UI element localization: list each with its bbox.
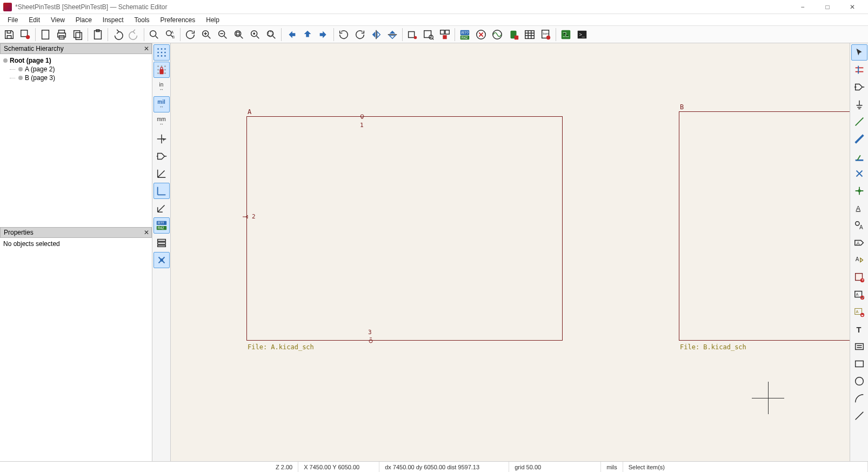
properties-panel-header[interactable]: Properties ✕ — [0, 227, 152, 238]
tree-root[interactable]: Root (page 1) — [3, 56, 149, 65]
add-wire-icon[interactable] — [851, 114, 867, 130]
scripting-console-icon[interactable]: >_ — [574, 27, 590, 42]
free-angle-icon[interactable] — [153, 165, 170, 182]
add-noconnect-icon[interactable] — [851, 165, 867, 182]
add-global-label-icon[interactable]: A — [851, 235, 867, 251]
svg-point-19 — [253, 32, 255, 35]
zoom-fit-icon[interactable] — [231, 27, 247, 42]
svg-point-53 — [161, 65, 162, 67]
mirror-h-icon[interactable] — [384, 27, 400, 42]
select-tool-icon[interactable] — [851, 44, 867, 61]
save-icon[interactable] — [1, 27, 17, 42]
zoom-in-icon[interactable] — [198, 27, 215, 42]
close-button[interactable]: ✕ — [840, 0, 865, 14]
sheet-pin-1[interactable] — [358, 114, 366, 120]
paste-icon[interactable] — [90, 27, 106, 42]
ortho-90-icon[interactable] — [153, 183, 170, 199]
tree-child-a[interactable]: A (page 2) — [3, 65, 149, 74]
mirror-v-icon[interactable] — [368, 27, 384, 42]
add-arc-icon[interactable] — [851, 390, 867, 407]
add-sheet-icon[interactable]: + — [851, 269, 867, 285]
annotate-auto-icon[interactable]: R??R42 — [153, 217, 170, 234]
hierarchy-panel-header[interactable]: Schematic Hierarchy ✕ — [0, 43, 152, 54]
add-circle-icon[interactable] — [851, 373, 867, 389]
plot-icon[interactable] — [70, 27, 86, 42]
grid-toggle-icon[interactable] — [153, 44, 170, 61]
lines-mode-icon[interactable] — [153, 235, 170, 251]
redo-icon[interactable] — [126, 27, 142, 42]
units-mm-button[interactable]: mm↔ — [153, 114, 170, 130]
status-units[interactable]: mils — [601, 462, 623, 472]
add-bus-entry-icon[interactable] — [851, 148, 867, 164]
cursor-shape-icon[interactable] — [153, 131, 170, 147]
minimize-button[interactable]: − — [790, 0, 815, 14]
add-junction-icon[interactable] — [851, 183, 867, 199]
svg-text:T: T — [856, 325, 861, 334]
schematic-canvas[interactable]: A File: A.kicad_sch 1 2 3 B File: B.kica… — [171, 43, 850, 461]
add-power-icon[interactable] — [851, 96, 867, 112]
import-sheet-pin-icon[interactable]: A — [851, 304, 867, 320]
menu-preferences[interactable]: Preferences — [155, 15, 201, 25]
sync-sheet-pins-icon[interactable]: A — [851, 287, 867, 303]
menu-view[interactable]: View — [45, 15, 70, 25]
refresh-icon[interactable] — [182, 27, 198, 42]
rotate-ccw-icon[interactable] — [336, 27, 352, 42]
add-netclass-icon[interactable]: A — [851, 217, 867, 234]
crossprobe-icon[interactable] — [153, 252, 170, 268]
pcb-editor-icon[interactable] — [558, 27, 574, 42]
undo-icon[interactable] — [110, 27, 126, 42]
add-symbol-icon[interactable] — [851, 79, 867, 95]
symbol-fields-icon[interactable] — [522, 27, 538, 42]
show-hidden-pins-icon[interactable] — [404, 27, 420, 42]
status-zoom[interactable]: Z 2.00 — [270, 462, 298, 472]
zoom-selection-icon[interactable] — [263, 27, 279, 42]
tree-child-b[interactable]: B (page 3) — [3, 74, 149, 82]
units-in-button[interactable]: in↔ — [153, 79, 170, 95]
sheet-a-rect[interactable] — [246, 116, 563, 341]
properties-close-icon[interactable]: ✕ — [144, 229, 149, 236]
print-icon[interactable] — [54, 27, 70, 42]
hidden-pins-icon[interactable] — [153, 148, 170, 164]
menu-edit[interactable]: Edit — [23, 15, 45, 25]
menu-file[interactable]: File — [2, 15, 23, 25]
add-hier-label-icon[interactable]: A — [851, 252, 867, 268]
page-settings-icon[interactable] — [37, 27, 54, 42]
add-line-icon[interactable] — [851, 408, 867, 424]
grid-override-icon[interactable] — [153, 62, 170, 78]
find-icon[interactable] — [146, 27, 162, 42]
maximize-button[interactable]: □ — [815, 0, 840, 14]
find-replace-icon[interactable]: AB — [162, 27, 178, 42]
sheet-b-rect[interactable] — [679, 111, 850, 341]
sheet-pin-3[interactable] — [367, 336, 375, 344]
units-mil-button[interactable]: mil↔ — [153, 96, 170, 112]
add-label-icon[interactable]: A — [851, 200, 867, 216]
bom-icon[interactable]: bom — [538, 27, 554, 42]
add-rect-icon[interactable] — [851, 356, 867, 372]
menu-place[interactable]: Place — [70, 15, 97, 25]
highlight-net-icon[interactable] — [851, 62, 867, 78]
simulator-icon[interactable] — [489, 27, 505, 42]
add-text-icon[interactable]: T — [851, 321, 867, 337]
rotate-cw-icon[interactable] — [352, 27, 368, 42]
nav-up-icon[interactable] — [299, 27, 316, 42]
assign-footprints-icon[interactable] — [505, 27, 522, 42]
add-textbox-icon[interactable] — [851, 338, 867, 355]
nav-back-icon[interactable] — [283, 27, 299, 42]
menu-tools[interactable]: Tools — [129, 15, 155, 25]
add-bus-icon[interactable] — [851, 131, 867, 147]
schematic-setup-icon[interactable] — [17, 27, 34, 42]
zoom-out-icon[interactable] — [215, 27, 231, 42]
svg-text:R42: R42 — [157, 226, 164, 230]
annotate-icon[interactable]: R??R42 — [457, 27, 473, 42]
zoom-objects-icon[interactable] — [247, 27, 263, 42]
symbol-browser-icon[interactable] — [437, 27, 453, 42]
ortho-45-icon[interactable] — [153, 200, 170, 216]
nav-forward-icon[interactable] — [316, 27, 332, 42]
menu-inspect[interactable]: Inspect — [97, 15, 129, 25]
symbol-library-icon[interactable] — [420, 27, 437, 42]
sheet-pin-2[interactable] — [242, 214, 249, 220]
hierarchy-close-icon[interactable]: ✕ — [144, 45, 149, 52]
menu-help[interactable]: Help — [201, 15, 225, 25]
erc-icon[interactable] — [473, 27, 489, 42]
status-grid[interactable]: grid 50.00 — [509, 462, 601, 472]
